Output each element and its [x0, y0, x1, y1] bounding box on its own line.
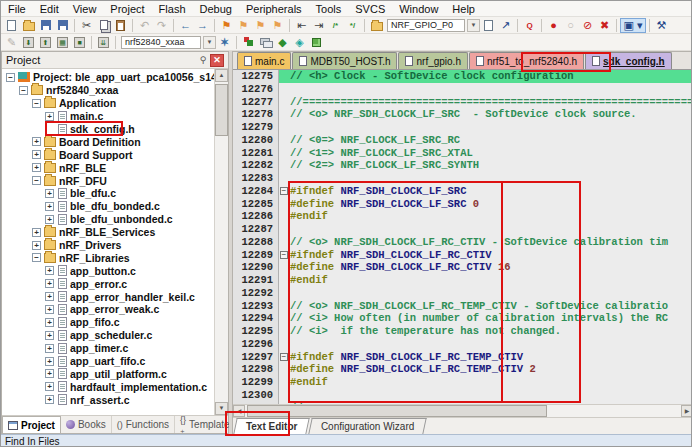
tree-item-project-ble-app-uart-pca10056-s140[interactable]: −Project: ble_app_uart_pca10056_s140: [2, 71, 214, 84]
collapse-icon[interactable]: −: [32, 176, 41, 185]
find-text-combo[interactable]: NRF_GPIO_P0: [387, 19, 465, 32]
tree-item-ble-dfu-c[interactable]: +ble_dfu.c: [2, 187, 214, 200]
comment-selection-button[interactable]: /*: [327, 18, 344, 33]
code-line-12300[interactable]: 12300: [233, 389, 692, 402]
fold-collapse-icon[interactable]: −: [280, 187, 288, 195]
expand-icon[interactable]: +: [45, 202, 54, 211]
manage-project-items-button[interactable]: [257, 35, 274, 50]
line-number[interactable]: 12290: [233, 261, 279, 274]
translate-file-button[interactable]: ✎: [3, 35, 20, 50]
tree-item-app-scheduler-c[interactable]: +app_scheduler.c: [2, 329, 214, 342]
editor-tab-main-c[interactable]: main.c: [237, 52, 291, 69]
toggle-breakpoint-button[interactable]: ●: [545, 18, 562, 33]
tree-item-ble-dfu-bonded-c[interactable]: +ble_dfu_bonded.c: [2, 200, 214, 213]
cut-button[interactable]: ✂: [78, 18, 95, 33]
code-line-12297[interactable]: 12297−#ifndef NRF_SDH_CLOCK_LF_RC_TEMP_C…: [233, 351, 692, 364]
code-line-12293[interactable]: 12293// <o> NRF_SDH_CLOCK_LF_RC_TEMP_CTI…: [233, 300, 692, 313]
tree-item-nrf-libraries[interactable]: −nRF_Libraries: [2, 251, 214, 264]
panel-tab-project[interactable]: Project: [2, 416, 61, 433]
expand-icon[interactable]: +: [45, 189, 54, 198]
code-line-12298[interactable]: 12298#define NRF_SDH_CLOCK_LF_RC_TEMP_CT…: [233, 363, 692, 376]
code-line-12282[interactable]: 12282// <2=> NRF_CLOCK_LF_SRC_SYNTH: [233, 159, 692, 172]
menu-file[interactable]: File: [1, 1, 33, 17]
code-area[interactable]: 12275// <h> Clock - SoftDevice clock con…: [233, 70, 692, 404]
tree-item-nrf-ble[interactable]: +nRF_BLE: [2, 161, 214, 174]
target-select-combo[interactable]: nrf52840_xxaa: [121, 36, 201, 49]
expand-icon[interactable]: +: [45, 215, 54, 224]
menu-help[interactable]: Help: [445, 1, 482, 17]
menu-peripherals[interactable]: Peripherals: [239, 1, 309, 17]
tree-item-nrf52840-xxaa[interactable]: −nrf52840_xxaa: [2, 84, 214, 97]
menu-view[interactable]: View: [66, 1, 104, 17]
window-layout-button[interactable]: ▣ ▾: [620, 18, 646, 33]
select-software-packs-button[interactable]: ◆: [274, 35, 291, 50]
expand-icon[interactable]: +: [45, 266, 54, 275]
software-packs-update-button[interactable]: ◈: [291, 35, 308, 50]
menu-flash[interactable]: Flash: [152, 1, 193, 17]
tree-item-nrf-drivers[interactable]: +nRF_Drivers: [2, 239, 214, 252]
line-number[interactable]: 12275: [233, 70, 279, 83]
line-number[interactable]: 12287: [233, 223, 279, 236]
line-number[interactable]: 12299: [233, 376, 279, 389]
build-button[interactable]: ⬇: [20, 35, 37, 50]
tree-item-app-button-c[interactable]: +app_button.c: [2, 264, 214, 277]
line-number[interactable]: 12280: [233, 134, 279, 147]
code-line-12278[interactable]: 12278// <o> NRF_SDH_CLOCK_LF_SRC - SoftD…: [233, 108, 692, 121]
navigate-back-button[interactable]: ←: [177, 18, 194, 33]
code-line-12294[interactable]: 12294// <i> How often (in number of cali…: [233, 312, 692, 325]
find-in-files-button[interactable]: [368, 18, 385, 33]
insert-bookmark-button[interactable]: ⚑: [218, 18, 235, 33]
line-number[interactable]: 12294: [233, 312, 279, 325]
line-number[interactable]: 12284: [233, 185, 279, 198]
line-number[interactable]: 12285: [233, 198, 279, 211]
line-number[interactable]: 12279: [233, 121, 279, 134]
line-number[interactable]: 12278: [233, 108, 279, 121]
code-line-12286[interactable]: 12286#endif: [233, 210, 692, 223]
code-line-12281[interactable]: 12281// <1=> NRF_CLOCK_LF_SRC_XTAL: [233, 147, 692, 160]
manage-run-time-environment-button[interactable]: [240, 35, 257, 50]
expand-icon[interactable]: +: [32, 150, 41, 159]
line-number[interactable]: 12289: [233, 249, 279, 262]
search-document-button[interactable]: [480, 18, 497, 33]
panel-tab-books[interactable]: Books: [61, 416, 112, 433]
line-number[interactable]: 12296: [233, 338, 279, 351]
copy-button[interactable]: [95, 18, 112, 33]
code-line-12291[interactable]: 12291#endif: [233, 274, 692, 287]
menu-edit[interactable]: Edit: [33, 1, 66, 17]
tree-item-main-c[interactable]: +main.c: [2, 110, 214, 123]
editor-mode-tab-text-editor[interactable]: Text Editor: [233, 418, 310, 434]
undo-button[interactable]: ↶: [136, 18, 153, 33]
editor-mode-tab-configuration-wizard[interactable]: Configuration Wizard: [309, 418, 428, 434]
expand-icon[interactable]: +: [45, 395, 54, 404]
tree-item-app-error-weak-c[interactable]: +app_error_weak.c: [2, 303, 214, 316]
enable-disable-breakpoint-button[interactable]: ○: [562, 18, 579, 33]
code-line-12285[interactable]: 12285#define NRF_SDH_CLOCK_LF_SRC 0: [233, 198, 692, 211]
code-line-12287[interactable]: 12287: [233, 223, 692, 236]
find-combo-dropdown-icon[interactable]: ▼: [467, 19, 480, 32]
line-number[interactable]: 12293: [233, 300, 279, 313]
tree-item-app-timer-c[interactable]: +app_timer.c: [2, 342, 214, 355]
expand-icon[interactable]: +: [45, 331, 54, 340]
line-number[interactable]: 12276: [233, 83, 279, 96]
code-line-12276[interactable]: 12276: [233, 83, 692, 96]
expand-icon[interactable]: +: [45, 318, 54, 327]
expand-icon[interactable]: +: [45, 357, 54, 366]
paste-button[interactable]: [112, 18, 129, 33]
tree-item-nrf-dfu[interactable]: −nRF_DFU: [2, 174, 214, 187]
code-line-12296[interactable]: 12296: [233, 338, 692, 351]
pin-icon[interactable]: ⚲: [196, 54, 210, 67]
indent-button[interactable]: ⇥: [310, 18, 327, 33]
find-in-files-dialog-button[interactable]: Q: [521, 18, 538, 33]
save-all-button[interactable]: [54, 18, 71, 33]
unindent-button[interactable]: ⇤: [293, 18, 310, 33]
tree-item-board-definition[interactable]: +Board Definition: [2, 135, 214, 148]
expand-icon[interactable]: +: [32, 137, 41, 146]
scroll-left-icon[interactable]: ◀: [233, 405, 245, 417]
line-number[interactable]: 12281: [233, 147, 279, 160]
configure-tools-button[interactable]: ⚒: [653, 18, 670, 33]
code-line-12277[interactable]: 12277//=================================…: [233, 96, 692, 109]
expand-icon[interactable]: +: [32, 241, 41, 250]
line-number[interactable]: 12298: [233, 363, 279, 376]
scroll-right-icon[interactable]: ▶: [681, 405, 692, 417]
fold-collapse-icon[interactable]: −: [280, 251, 288, 259]
